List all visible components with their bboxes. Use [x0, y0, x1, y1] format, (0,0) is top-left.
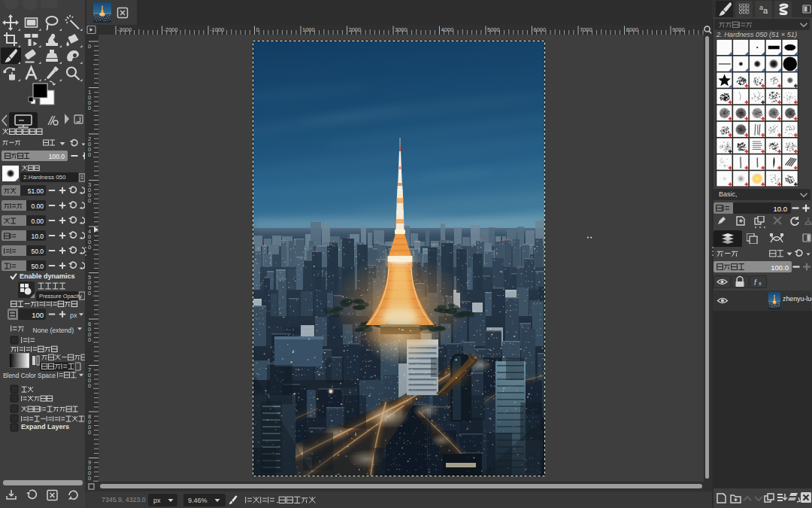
svg-text:a: a — [763, 6, 768, 15]
svg-text:9000: 9000 — [672, 26, 685, 33]
svg-text:10.0: 10.0 — [774, 205, 788, 213]
svg-text:0: 0 — [88, 43, 91, 50]
svg-text:6000: 6000 — [534, 26, 547, 33]
svg-text:0: 0 — [88, 197, 91, 204]
svg-text:0.00: 0.00 — [31, 202, 44, 210]
svg-text:5000: 5000 — [487, 26, 500, 33]
svg-text:51.00: 51.00 — [28, 187, 44, 195]
svg-text:0: 0 — [88, 290, 91, 297]
svg-text:0: 0 — [88, 105, 91, 111]
svg-text:f: f — [754, 278, 757, 287]
svg-text:4000: 4000 — [441, 26, 454, 33]
svg-text:0: 0 — [88, 336, 91, 343]
svg-text:50.0: 50.0 — [31, 248, 44, 255]
svg-text:0: 0 — [88, 475, 91, 482]
svg-text:1000: 1000 — [302, 26, 315, 33]
svg-text:0.00: 0.00 — [31, 217, 44, 225]
svg-text:0: 0 — [88, 151, 91, 158]
svg-text:7000: 7000 — [580, 26, 592, 33]
svg-text:100.0: 100.0 — [771, 263, 789, 272]
svg-text:0: 0 — [256, 26, 259, 33]
svg-text:px: px — [70, 312, 77, 319]
svg-text:10.0: 10.0 — [31, 233, 44, 240]
svg-text:50.0: 50.0 — [31, 263, 44, 270]
svg-text:8000: 8000 — [626, 26, 639, 33]
svg-text:100.0: 100.0 — [49, 153, 65, 160]
svg-text:Blend Color Space: Blend Color Space — [3, 372, 56, 379]
svg-text:x: x — [759, 280, 762, 287]
svg-text:3000: 3000 — [395, 26, 408, 33]
svg-text:0: 0 — [88, 382, 91, 389]
svg-text:2000: 2000 — [349, 26, 362, 33]
svg-text:None (extend): None (extend) — [33, 327, 74, 334]
svg-text:0: 0 — [88, 429, 91, 436]
svg-text:100: 100 — [32, 311, 44, 319]
